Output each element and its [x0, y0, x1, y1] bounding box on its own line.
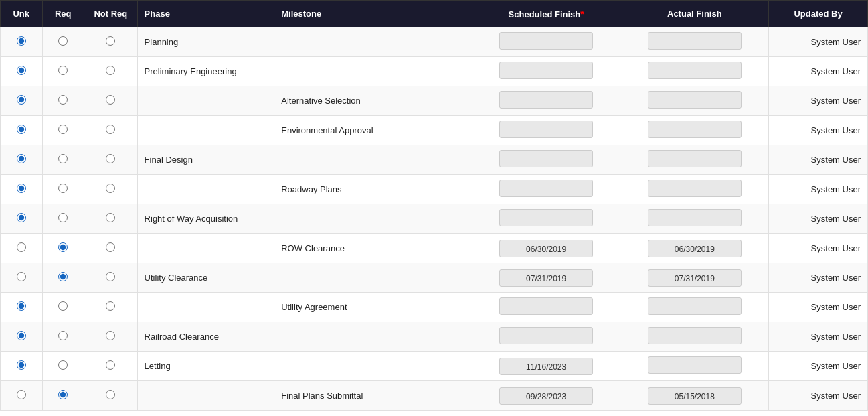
- scheduled-finish-cell[interactable]: [472, 175, 620, 204]
- unk-cell[interactable]: [1, 175, 43, 204]
- not-req-cell[interactable]: [84, 381, 138, 411]
- req-radio[interactable]: [58, 390, 68, 399]
- not-req-radio[interactable]: [106, 360, 115, 370]
- scheduled-finish-cell[interactable]: 09/28/2023: [472, 381, 620, 411]
- scheduled-finish-cell[interactable]: [472, 116, 620, 145]
- unk-cell[interactable]: [1, 263, 43, 293]
- actual-finish-cell[interactable]: [620, 116, 769, 145]
- not-req-cell[interactable]: [84, 86, 138, 116]
- actual-finish-input[interactable]: 06/30/2019: [648, 240, 742, 257]
- req-cell[interactable]: [42, 352, 84, 381]
- scheduled-finish-cell[interactable]: [472, 204, 620, 234]
- unk-cell[interactable]: [1, 322, 43, 352]
- req-cell[interactable]: [42, 322, 84, 352]
- not-req-cell[interactable]: [84, 175, 138, 204]
- unk-radio[interactable]: [17, 95, 26, 105]
- unk-radio[interactable]: [17, 36, 26, 46]
- unk-cell[interactable]: [1, 381, 43, 411]
- req-radio[interactable]: [58, 125, 68, 134]
- req-cell[interactable]: [42, 293, 84, 322]
- unk-cell[interactable]: [1, 145, 43, 175]
- not-req-cell[interactable]: [84, 293, 138, 322]
- scheduled-finish-input[interactable]: [499, 32, 593, 50]
- actual-finish-cell[interactable]: [620, 175, 769, 204]
- actual-finish-cell[interactable]: 06/30/2019: [620, 234, 769, 263]
- not-req-cell[interactable]: [84, 234, 138, 263]
- actual-finish-cell[interactable]: [620, 145, 769, 175]
- unk-radio[interactable]: [17, 213, 26, 222]
- req-radio[interactable]: [58, 66, 68, 75]
- req-cell[interactable]: [42, 57, 84, 86]
- not-req-radio[interactable]: [106, 213, 115, 222]
- req-radio[interactable]: [58, 154, 68, 163]
- not-req-cell[interactable]: [84, 57, 138, 86]
- actual-finish-input[interactable]: [648, 180, 742, 197]
- scheduled-finish-input[interactable]: 07/31/2019: [499, 269, 593, 287]
- not-req-radio[interactable]: [106, 95, 115, 105]
- actual-finish-cell[interactable]: [620, 352, 769, 381]
- req-radio[interactable]: [58, 360, 68, 370]
- scheduled-finish-input[interactable]: [499, 297, 593, 315]
- actual-finish-cell[interactable]: [620, 86, 769, 116]
- scheduled-finish-input[interactable]: [499, 91, 593, 109]
- actual-finish-input[interactable]: 05/15/2018: [648, 387, 742, 405]
- not-req-radio[interactable]: [106, 66, 115, 75]
- req-cell[interactable]: [42, 116, 84, 145]
- actual-finish-input[interactable]: [648, 297, 742, 315]
- actual-finish-input[interactable]: [648, 209, 742, 226]
- actual-finish-input[interactable]: [648, 150, 742, 167]
- req-radio[interactable]: [58, 331, 68, 340]
- req-cell[interactable]: [42, 381, 84, 411]
- unk-cell[interactable]: [1, 293, 43, 322]
- scheduled-finish-input[interactable]: 09/28/2023: [499, 387, 593, 405]
- actual-finish-input[interactable]: [648, 62, 742, 79]
- not-req-radio[interactable]: [106, 36, 115, 46]
- req-cell[interactable]: [42, 263, 84, 293]
- scheduled-finish-input[interactable]: [499, 62, 593, 79]
- unk-cell[interactable]: [1, 234, 43, 263]
- scheduled-finish-input[interactable]: 06/30/2019: [499, 240, 593, 257]
- scheduled-finish-cell[interactable]: [472, 27, 620, 57]
- unk-radio[interactable]: [17, 66, 26, 75]
- actual-finish-cell[interactable]: [620, 322, 769, 352]
- req-cell[interactable]: [42, 234, 84, 263]
- scheduled-finish-cell[interactable]: [472, 293, 620, 322]
- not-req-cell[interactable]: [84, 116, 138, 145]
- scheduled-finish-input[interactable]: [499, 121, 593, 138]
- req-cell[interactable]: [42, 145, 84, 175]
- scheduled-finish-cell[interactable]: 07/31/2019: [472, 263, 620, 293]
- req-radio[interactable]: [58, 184, 68, 193]
- not-req-cell[interactable]: [84, 27, 138, 57]
- not-req-radio[interactable]: [106, 331, 115, 340]
- actual-finish-input[interactable]: [648, 32, 742, 50]
- actual-finish-cell[interactable]: [620, 204, 769, 234]
- not-req-radio[interactable]: [106, 125, 115, 134]
- scheduled-finish-input[interactable]: 11/16/2023: [499, 358, 593, 375]
- actual-finish-cell[interactable]: 07/31/2019: [620, 263, 769, 293]
- req-cell[interactable]: [42, 204, 84, 234]
- scheduled-finish-cell[interactable]: [472, 322, 620, 352]
- unk-radio[interactable]: [17, 360, 26, 370]
- not-req-cell[interactable]: [84, 263, 138, 293]
- not-req-radio[interactable]: [106, 301, 115, 311]
- scheduled-finish-cell[interactable]: [472, 145, 620, 175]
- scheduled-finish-input[interactable]: [499, 180, 593, 197]
- scheduled-finish-cell[interactable]: 11/16/2023: [472, 352, 620, 381]
- unk-cell[interactable]: [1, 204, 43, 234]
- actual-finish-cell[interactable]: 05/15/2018: [620, 381, 769, 411]
- req-radio[interactable]: [58, 272, 68, 281]
- not-req-radio[interactable]: [106, 272, 115, 281]
- unk-radio[interactable]: [17, 184, 26, 193]
- actual-finish-cell[interactable]: [620, 293, 769, 322]
- unk-radio[interactable]: [17, 390, 26, 399]
- unk-radio[interactable]: [17, 331, 26, 340]
- not-req-radio[interactable]: [106, 390, 115, 399]
- unk-radio[interactable]: [17, 154, 26, 163]
- scheduled-finish-cell[interactable]: [472, 57, 620, 86]
- unk-radio[interactable]: [17, 272, 26, 281]
- scheduled-finish-input[interactable]: [499, 150, 593, 167]
- not-req-cell[interactable]: [84, 145, 138, 175]
- scheduled-finish-input[interactable]: [499, 209, 593, 226]
- unk-radio[interactable]: [17, 301, 26, 311]
- actual-finish-cell[interactable]: [620, 27, 769, 57]
